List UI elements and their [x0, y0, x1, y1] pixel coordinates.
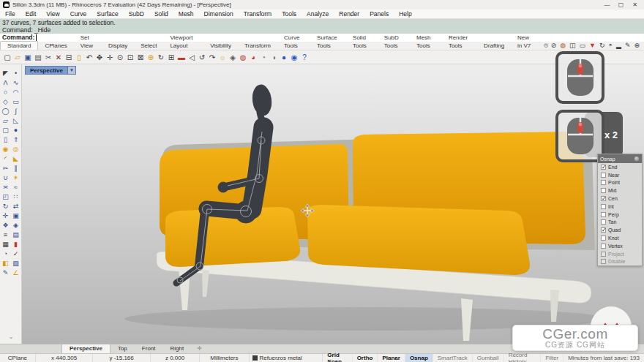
pan-view-icon[interactable]: ✥: [94, 51, 105, 64]
save-file-icon[interactable]: ▣: [23, 51, 33, 64]
osnap-near-checkbox[interactable]: [601, 173, 606, 178]
analyze-direction-icon[interactable]: ▮: [11, 240, 21, 249]
toolbar-tab-subd-tools[interactable]: SubD Tools: [378, 34, 410, 50]
show-objects-icon[interactable]: ◁: [187, 51, 197, 64]
toolbar-settings-icon[interactable]: ⚙: [541, 42, 550, 50]
toolbar-tab-set-view[interactable]: Set View: [74, 34, 102, 50]
toolbar-tab-viewport-layout[interactable]: Viewport Layout: [163, 34, 203, 50]
osnap-panel-menu-button[interactable]: [634, 156, 640, 162]
status-toggle-osnap[interactable]: Osnap: [405, 354, 433, 362]
menu-analyze[interactable]: Analyze: [302, 10, 334, 18]
disable-clipping-icon[interactable]: ⊘: [551, 42, 557, 50]
osnap-end-checkbox[interactable]: ✓: [601, 165, 606, 170]
toolbar-tab-cplanes[interactable]: CPlanes: [38, 42, 73, 50]
viewport-tab-top[interactable]: Top: [111, 344, 135, 353]
ungroup-icon[interactable]: ◈: [11, 221, 21, 230]
display-raytraced-icon[interactable]: ◉: [289, 51, 299, 64]
rotate-view-icon[interactable]: ↻: [156, 51, 166, 64]
join-icon[interactable]: ∪: [1, 173, 11, 183]
minimize-button[interactable]: —: [601, 0, 613, 10]
display-ghosted-icon[interactable]: ◔: [258, 51, 269, 64]
surface-corner-icon[interactable]: ◺: [11, 116, 21, 126]
toolbar-tab-drafting[interactable]: Drafting: [477, 42, 511, 50]
copy-object-icon[interactable]: ▣: [11, 211, 21, 221]
curve-icon[interactable]: ∿: [11, 78, 21, 88]
help-icon[interactable]: ?: [299, 51, 310, 64]
display-panel-icon[interactable]: ▤: [11, 230, 21, 240]
maximize-button[interactable]: ▢: [615, 0, 627, 10]
toolbar-tab-select[interactable]: Select: [134, 42, 163, 50]
menu-curve[interactable]: Curve: [65, 10, 92, 18]
chamfer-icon[interactable]: ◣: [11, 154, 21, 164]
menu-tools[interactable]: Tools: [277, 10, 302, 18]
toolbar-tab-standard[interactable]: Standard: [0, 41, 38, 50]
toolbar-tab-curve-tools[interactable]: Curve Tools: [277, 34, 310, 50]
status-toggle-filter[interactable]: Filter: [541, 354, 564, 362]
named-views-icon[interactable]: ◫: [569, 42, 576, 50]
display-rendered-icon[interactable]: ●: [279, 51, 289, 64]
osnap-vertex-checkbox[interactable]: [601, 244, 606, 249]
osnap-knot-checkbox[interactable]: [601, 235, 606, 241]
boolean-union-icon[interactable]: ◉: [1, 145, 11, 154]
display-xray-icon[interactable]: ◑: [269, 51, 279, 64]
box-icon[interactable]: ▢: [1, 126, 11, 135]
material-editor-icon[interactable]: ◍: [560, 42, 566, 50]
toolbar-tab-visibility[interactable]: Visibility: [203, 42, 238, 50]
paste-icon[interactable]: ▯: [74, 51, 84, 64]
menu-view[interactable]: View: [41, 10, 64, 18]
curvature-icon[interactable]: ◔: [1, 249, 11, 259]
menu-help[interactable]: Help: [394, 10, 416, 18]
new-viewport-button[interactable]: ✛: [191, 344, 208, 353]
display-wireframe-icon[interactable]: ◍: [238, 51, 248, 64]
display-modes-icon[interactable]: ▭: [580, 42, 586, 50]
close-button[interactable]: ✕: [629, 0, 641, 10]
point-icon[interactable]: •: [11, 69, 21, 78]
fillet-icon[interactable]: ◜: [1, 154, 11, 164]
viewport-menu-chevron-icon[interactable]: ▼: [68, 66, 76, 75]
grid-icon[interactable]: ▦: [1, 240, 11, 249]
ellipse-icon[interactable]: ◯: [1, 107, 11, 116]
display-shaded-icon[interactable]: ◕: [248, 51, 258, 64]
lock-objects-icon[interactable]: ◈: [228, 51, 238, 64]
osnap-quad-checkbox[interactable]: ✓: [601, 227, 606, 233]
freeform-curve-icon[interactable]: ∫: [11, 107, 21, 116]
menu-mesh[interactable]: Mesh: [173, 10, 199, 18]
toolbar-tab-render-tools[interactable]: Render Tools: [442, 34, 477, 50]
status-toggle-smarttrack[interactable]: SmartTrack: [433, 354, 473, 362]
menu-panels[interactable]: Panels: [364, 10, 394, 18]
texture-icon[interactable]: ▨: [11, 259, 21, 268]
move-icon[interactable]: ✛: [1, 211, 11, 221]
toolbar-tab-display[interactable]: Display: [102, 42, 134, 50]
cplane-selector[interactable]: CPlane: [0, 354, 36, 362]
status-toggle-grid-snap[interactable]: Grid Snap: [323, 354, 352, 362]
zoom-icon[interactable]: ⊙: [115, 51, 125, 64]
zoom-window-icon[interactable]: ⊡: [125, 51, 135, 64]
status-toggle-planar[interactable]: Planar: [378, 354, 405, 362]
scale-icon[interactable]: ◰: [1, 192, 11, 202]
polygon-icon[interactable]: ◇: [1, 97, 11, 107]
zoom-extents-icon[interactable]: ⊠: [135, 51, 146, 64]
lights-icon[interactable]: ☼: [217, 51, 228, 64]
ground-plane-icon[interactable]: ▂: [616, 42, 621, 50]
rectangle-icon[interactable]: ▭: [11, 97, 21, 107]
viewport-title[interactable]: Perspective: [25, 66, 68, 75]
status-toggle-record-history[interactable]: Record History: [504, 354, 542, 362]
split-icon[interactable]: ∥: [11, 164, 21, 173]
open-file-icon[interactable]: ▱: [12, 51, 23, 64]
mirror-icon[interactable]: ⇄: [11, 202, 21, 211]
new-file-icon[interactable]: ▢: [2, 51, 12, 64]
menu-transform[interactable]: Transform: [239, 10, 277, 18]
redo-view-icon[interactable]: ↷: [207, 51, 217, 64]
print-icon[interactable]: ▤: [33, 51, 43, 64]
blend-icon[interactable]: ≈: [11, 183, 21, 192]
sidebar-collapse-icon[interactable]: ⌄: [0, 333, 22, 340]
viewport-tab-right[interactable]: Right: [163, 344, 192, 353]
toolbar-tab-mesh-tools[interactable]: Mesh Tools: [410, 34, 442, 50]
delete-icon[interactable]: ✕: [53, 51, 64, 64]
osnap-mid-checkbox[interactable]: [601, 188, 606, 193]
current-layer-selector[interactable]: Refuerzos metal: [250, 354, 323, 362]
explode-icon[interactable]: ✶: [11, 173, 21, 183]
undo-view-icon[interactable]: ↺: [197, 51, 207, 64]
cylinder-icon[interactable]: ▯: [1, 135, 11, 145]
perspective-viewport[interactable]: Perspective ▼: [22, 64, 644, 344]
